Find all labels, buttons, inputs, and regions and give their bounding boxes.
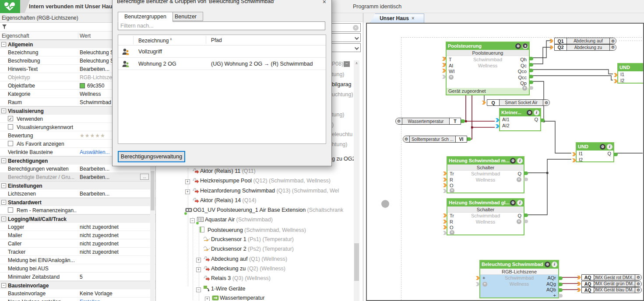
add-output-icon[interactable]: +	[522, 86, 527, 91]
gear-icon[interactable]: ⚙	[635, 275, 641, 280]
block-header[interactable]: Heizung Schwimmbad gl... ⚙ i	[447, 199, 524, 206]
block-header[interactable]: Kleiner... ⚙ i	[500, 109, 540, 116]
output-nub-unused[interactable]	[524, 220, 528, 223]
expand-icon[interactable]: +	[196, 267, 201, 272]
tab-close-icon[interactable]: ×	[412, 15, 415, 21]
tree-item-abdeckung-zu[interactable]: +Abdeckung zu (Q2) (Wellness)	[156, 266, 354, 275]
output-AQr[interactable]: AQr	[547, 275, 556, 280]
input-AI2[interactable]: AI2	[502, 123, 510, 128]
connector-solltemperatur[interactable]: ⚙ Solltemperatur Sch ... VI	[403, 136, 467, 143]
tree-item-clipped[interactable]: g zu OG2	[332, 156, 355, 162]
property-row-mailer[interactable]: Mailernicht zugeordnet	[0, 231, 155, 239]
tree-item-heizanforderung-schwimmbad[interactable]: +Heizanforderung Schwimmbad (Q13) (Schwi…	[156, 188, 354, 197]
column-header-pfad[interactable]: Pfad	[211, 37, 222, 43]
device-link-icon[interactable]	[523, 43, 528, 48]
input-I2[interactable]: I2	[620, 78, 624, 83]
app-logo-icon[interactable]	[0, 0, 20, 13]
gear-icon[interactable]: ⚙	[609, 45, 616, 50]
properties-scrollbar-thumb[interactable]	[151, 171, 155, 210]
connector-abdeckung-zu[interactable]: Q2 Abdeckung zu ⚙	[554, 44, 616, 51]
block-header[interactable]: UND ⚙ i	[577, 143, 613, 150]
output-Q[interactable]: Q	[517, 213, 521, 218]
block-und-2[interactable]: UND ⚙ i I1 I2 Q	[576, 142, 614, 162]
info-icon[interactable]: i	[517, 158, 523, 164]
collapse-badge-icon[interactable]: −	[344, 61, 350, 67]
add-input-icon[interactable]: +	[450, 230, 454, 235]
property-row-minimaler-zeitabstand[interactable]: Minimaler Zeitabstand5	[0, 273, 155, 281]
table-row-vollzugriff[interactable]: Vollzugriff	[118, 46, 326, 58]
property-row-meldung-aus[interactable]: Meldung bei AUS	[0, 264, 155, 273]
output-nub[interactable]	[559, 276, 563, 280]
block-kleiner[interactable]: Kleiner... ⚙ i AI1 AI2 Q	[499, 108, 541, 131]
block-heizung-schwimmbad-m[interactable]: Heizung Schwimmbad m... ⚙ i Schalter Tr …	[447, 156, 524, 193]
column-divider[interactable]	[78, 32, 78, 38]
output-Qh[interactable]: Qh	[520, 57, 527, 62]
output-nub-unused[interactable]	[559, 294, 563, 298]
expand-icon[interactable]: +	[185, 179, 190, 184]
tree-item-clipped[interactable]: eleuchtu	[332, 131, 352, 137]
program-canvas[interactable]: Poolsteuerung ⚙ i Poolsteuerung T AI WI …	[367, 24, 643, 300]
output-AQb[interactable]: AQb	[546, 287, 556, 292]
tree-item-aquastar-air[interactable]: −Aquastar Air (Schwimmbad)	[156, 217, 354, 226]
tree-item-relais-3[interactable]: Relais 3 (Q3) (Wellness)	[156, 275, 354, 285]
tree-item-clipped[interactable]: uchtung)	[332, 91, 353, 98]
output-plus[interactable]: +	[553, 293, 556, 298]
property-row-meldung-ein[interactable]: Meldung bei EIN/Analogän...	[0, 256, 155, 264]
property-row-bausteinvorlage[interactable]: BausteinvorlageKeine Vorlage	[0, 289, 155, 298]
tree-item-1-wire-geraete[interactable]: −1-Wire Geräte	[156, 285, 354, 295]
property-group-standardwert[interactable]: −Standardwert	[0, 198, 155, 206]
output-nub[interactable]	[614, 153, 618, 156]
clear-search-icon[interactable]: ×	[353, 25, 359, 31]
tree-scrollbar[interactable]: ∧	[354, 60, 359, 301]
block-heizung-schwimmbad-gl[interactable]: Heizung Schwimmbad gl... ⚙ i Schalter Tr…	[447, 198, 524, 235]
output-nub[interactable]	[559, 283, 563, 286]
output-nub-unused[interactable]	[524, 178, 528, 181]
tab-benutzer[interactable]: Benutzer	[168, 12, 203, 21]
property-group-bausteinvorlage[interactable]: −Bausteinvorlage	[0, 281, 155, 289]
property-row-remanenz[interactable]: Rem - Remanenzeingan...	[0, 206, 155, 214]
gear-icon[interactable]: ⚙	[545, 262, 550, 267]
collapse-icon[interactable]: −	[1, 108, 6, 113]
expand-icon[interactable]: +	[196, 258, 201, 262]
output-nub[interactable]	[529, 63, 533, 66]
block-und-1[interactable]: UND I1 I2	[617, 63, 643, 84]
dialog-filter-input[interactable]: Filtern nach...	[118, 21, 325, 30]
connector-abdeckung-auf[interactable]: Q1 Abdeckung auf ⚙	[554, 38, 616, 44]
info-icon[interactable]: i	[552, 262, 557, 267]
output-nub[interactable]	[541, 119, 545, 122]
output-nub[interactable]	[529, 69, 533, 72]
output-Qcc[interactable]: Qcc	[518, 75, 527, 80]
output-Qc[interactable]: Qc	[521, 63, 527, 68]
output-nub[interactable]	[529, 57, 533, 60]
gear-icon[interactable]: ⚙	[510, 158, 516, 164]
expand-icon[interactable]: +	[205, 297, 210, 301]
block-header[interactable]: Beleuchtung Schwimmbad ⚙ i	[480, 261, 558, 269]
tree-item-clipped[interactable]: P08)	[332, 61, 343, 67]
column-header-bezeichnung[interactable]: Bezeichnung	[138, 38, 169, 44]
info-icon[interactable]: i	[534, 110, 539, 116]
input-I2[interactable]: I2	[579, 157, 583, 162]
input-O[interactable]: O	[450, 183, 454, 188]
block-header[interactable]: Heizung Schwimmbad m... ⚙ i	[447, 157, 524, 164]
gear-icon[interactable]: ⚙	[635, 281, 641, 287]
output-nub[interactable]	[559, 288, 563, 292]
tree-item-clipped[interactable]: tung)	[332, 71, 345, 77]
input-WI[interactable]: WI	[449, 69, 454, 74]
tree-item-drucksensor-2[interactable]: Drucksensor 2 (Ps2) (Temperatur)	[156, 246, 354, 256]
tab-benutzergruppen[interactable]: Benutzergruppen	[118, 12, 173, 22]
tree-item-clipped[interactable]: tung)	[332, 112, 345, 118]
collapse-icon[interactable]: −	[1, 200, 6, 205]
input-AI1[interactable]: AI1	[502, 117, 510, 122]
tree-item-clipped[interactable]: htung)	[332, 141, 347, 147]
output-AQg[interactable]: AQg	[546, 281, 556, 287]
output-Qco[interactable]: Qco	[518, 69, 527, 74]
tree-item-clipped[interactable]: )	[332, 122, 334, 128]
color-swatch[interactable]	[80, 83, 85, 88]
output-nub[interactable]	[524, 214, 528, 217]
table-header[interactable]: Bezeichnung∧ Pfad	[118, 35, 326, 46]
expand-icon[interactable]: +	[185, 189, 190, 194]
gear-icon[interactable]: ⚙	[543, 100, 549, 105]
collapse-icon[interactable]: −	[1, 183, 6, 188]
output-nub[interactable]	[461, 119, 465, 123]
connector-dmx-blau[interactable]: AQ DMX Gerät blau DM... ⚙	[581, 287, 642, 293]
